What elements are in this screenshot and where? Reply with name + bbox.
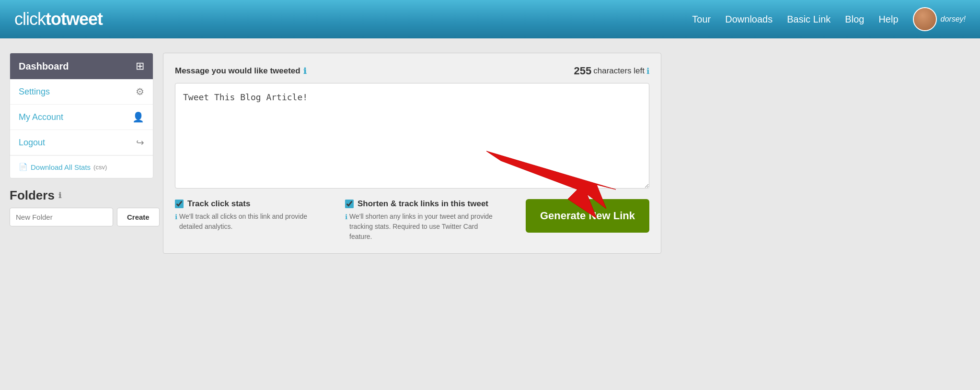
generate-button[interactable]: Generate New Link — [526, 199, 649, 233]
logout-icon: ↪ — [136, 137, 144, 148]
nav: Tour Downloads Basic Link Blog Help dors… — [692, 7, 966, 31]
panel-header: Message you would like tweeted ℹ 255 cha… — [175, 65, 649, 77]
message-info-icon[interactable]: ℹ — [303, 66, 306, 76]
folder-input-row: Create — [10, 208, 153, 226]
new-folder-input[interactable] — [10, 208, 113, 226]
panel-card: Message you would like tweeted ℹ 255 cha… — [163, 53, 661, 254]
nav-tour[interactable]: Tour — [692, 14, 711, 25]
user-section[interactable]: dorsey! — [913, 7, 966, 31]
download-stats-label: Download All Stats — [31, 163, 91, 171]
chars-left-count: 255 — [574, 65, 592, 77]
shorten-links-desc-text: We'll shorten any links in your tweet an… — [349, 212, 496, 242]
track-clicks-info-icon: ℹ — [175, 212, 177, 222]
my-account-link[interactable]: My Account — [19, 112, 63, 122]
username: dorsey! — [941, 15, 966, 24]
logo[interactable]: clicktotweet — [14, 9, 103, 29]
shorten-links-col: Shorten & track links in this tweet ℹ We… — [345, 199, 496, 242]
folders-section: Folders ℹ Create — [10, 188, 153, 226]
csv-suffix: (csv) — [93, 164, 107, 171]
shorten-links-text: Shorten & track links in this tweet — [357, 199, 488, 209]
nav-downloads[interactable]: Downloads — [725, 14, 772, 25]
options-row: Track click stats ℹ We'll track all clic… — [175, 199, 649, 242]
folders-label: Folders — [10, 188, 55, 203]
chars-left-label: characters left — [593, 66, 645, 76]
generate-col: Generate New Link — [515, 199, 649, 233]
grid-icon: ⊞ — [136, 60, 144, 72]
sidebar: Dashboard ⊞ Settings ⚙ My Account 👤 Logo… — [10, 53, 153, 254]
sidebar-item-settings[interactable]: Settings ⚙ — [10, 79, 153, 105]
track-clicks-desc-text: We'll track all clicks on this link and … — [179, 212, 326, 232]
main-panel: Message you would like tweeted ℹ 255 cha… — [163, 53, 661, 254]
track-clicks-col: Track click stats ℹ We'll track all clic… — [175, 199, 326, 232]
folders-info-icon[interactable]: ℹ — [58, 191, 61, 200]
main-content: Dashboard ⊞ Settings ⚙ My Account 👤 Logo… — [0, 38, 671, 268]
tweet-textarea[interactable]: Tweet This Blog Article! — [175, 83, 649, 189]
gear-icon: ⚙ — [136, 86, 144, 97]
shorten-links-label-row[interactable]: Shorten & track links in this tweet — [345, 199, 496, 209]
chars-info-icon[interactable]: ℹ — [646, 66, 649, 76]
logout-link[interactable]: Logout — [19, 138, 45, 148]
track-clicks-desc: ℹ We'll track all clicks on this link an… — [175, 212, 326, 232]
track-clicks-checkbox[interactable] — [175, 200, 184, 208]
dashboard-row: Dashboard ⊞ — [10, 53, 153, 79]
shorten-links-desc: ℹ We'll shorten any links in your tweet … — [345, 212, 496, 242]
avatar — [913, 7, 937, 31]
create-folder-button[interactable]: Create — [117, 208, 160, 226]
download-stats-row[interactable]: 📄 Download All Stats (csv) — [10, 155, 153, 178]
sidebar-item-my-account[interactable]: My Account 👤 — [10, 105, 153, 130]
download-stats-link[interactable]: 📄 Download All Stats (csv) — [19, 163, 144, 171]
track-clicks-text: Track click stats — [187, 199, 250, 209]
person-icon: 👤 — [132, 111, 144, 123]
header: clicktotweet Tour Downloads Basic Link B… — [0, 0, 980, 38]
sidebar-card: Dashboard ⊞ Settings ⚙ My Account 👤 Logo… — [10, 53, 153, 178]
dashboard-label: Dashboard — [19, 61, 69, 72]
nav-help[interactable]: Help — [878, 14, 898, 25]
shorten-links-info-icon: ℹ — [345, 212, 347, 222]
sidebar-item-logout[interactable]: Logout ↪ — [10, 130, 153, 155]
download-icon: 📄 — [19, 163, 28, 171]
nav-blog[interactable]: Blog — [845, 14, 864, 25]
track-clicks-label-row[interactable]: Track click stats — [175, 199, 326, 209]
nav-basic-link[interactable]: Basic Link — [787, 14, 830, 25]
options-area: Track click stats ℹ We'll track all clic… — [175, 199, 649, 242]
chars-left-row: 255 characters left ℹ — [574, 65, 649, 77]
message-label-row: Message you would like tweeted ℹ — [175, 66, 306, 76]
shorten-links-checkbox[interactable] — [345, 200, 354, 208]
message-label: Message you would like tweeted — [175, 66, 300, 76]
settings-link[interactable]: Settings — [19, 87, 50, 97]
avatar-image — [914, 7, 936, 31]
folders-title: Folders ℹ — [10, 188, 153, 203]
